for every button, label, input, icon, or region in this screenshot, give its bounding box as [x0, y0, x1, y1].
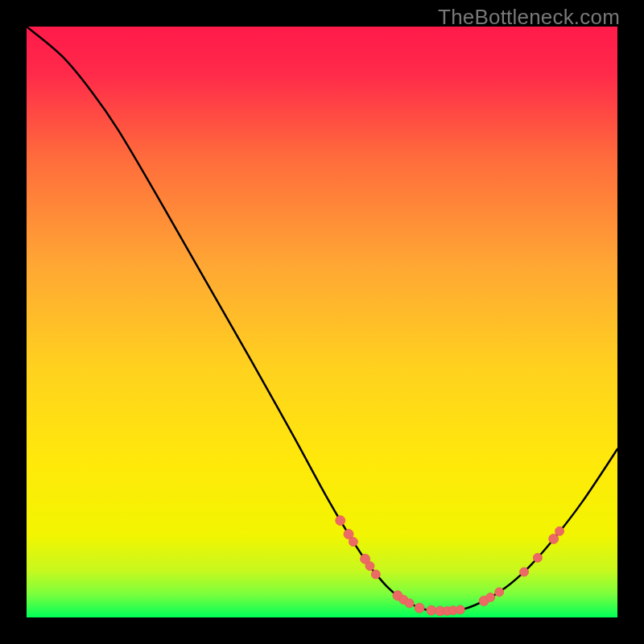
data-dot	[549, 534, 559, 543]
data-dot	[555, 526, 564, 535]
data-dot	[371, 570, 380, 579]
data-dot	[533, 553, 542, 562]
data-dot	[427, 605, 436, 615]
data-dot	[415, 603, 424, 613]
data-dot	[349, 538, 357, 547]
data-dot	[495, 588, 504, 597]
data-dot	[336, 516, 345, 526]
data-dot	[520, 568, 529, 576]
data-dot	[405, 599, 414, 608]
data-dot	[365, 562, 374, 571]
chart-background	[27, 27, 617, 617]
chart-svg	[27, 27, 617, 617]
chart-frame	[27, 27, 617, 617]
data-dot	[456, 605, 464, 614]
data-dot	[486, 593, 495, 602]
